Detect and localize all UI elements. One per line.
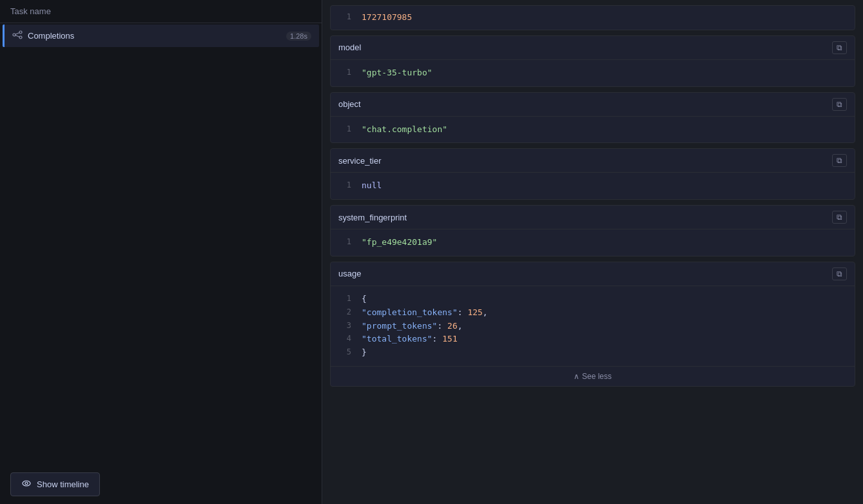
sidebar-item-completions[interactable]: Completions 1.28s (3, 24, 319, 47)
copy-icon: ⧉ (837, 43, 842, 52)
svg-point-1 (19, 31, 22, 34)
field-service-tier-name: service_tier (338, 156, 381, 166)
field-object: object ⧉ 1 "chat.completion" (330, 92, 855, 144)
object-value: "chat.completion" (362, 123, 447, 137)
sidebar-item-label: Completions (28, 31, 74, 41)
field-usage-header: usage ⧉ (331, 262, 855, 286)
field-system-fingerprint: system_fingerprint ⧉ 1 "fp_e49e4201a9" (330, 205, 855, 257)
line-number: 4 (338, 333, 351, 345)
copy-model-button[interactable]: ⧉ (832, 41, 847, 54)
sidebar-footer: Show timeline (0, 465, 322, 504)
line-number: 1 (338, 123, 351, 135)
top-entry: 1 1727107985 (330, 5, 855, 30)
field-service-tier-content: 1 null (331, 173, 855, 199)
field-service-tier-header: service_tier ⧉ (331, 149, 855, 173)
top-value: 1727107985 (362, 11, 412, 24)
copy-object-button[interactable]: ⧉ (832, 98, 847, 111)
sidebar: Task name Completions 1.28s Show timelin… (0, 0, 322, 504)
main-content[interactable]: 1 1727107985 model ⧉ 1 "gpt-35-turbo" ob… (322, 0, 863, 504)
field-system-fingerprint-header: system_fingerprint ⧉ (331, 206, 855, 229)
svg-line-3 (15, 33, 19, 34)
see-less-button[interactable]: ∧ See less (331, 366, 855, 386)
sidebar-header: Task name (0, 0, 322, 23)
line-number: 1 (338, 11, 351, 23)
sidebar-item-badge: 1.28s (286, 32, 311, 41)
copy-icon: ⧉ (837, 100, 842, 109)
usage-brace-close: } (362, 346, 367, 360)
usage-completion-tokens: "completion_tokens": 125, (362, 306, 488, 320)
line-number: 1 (338, 236, 351, 248)
line-number: 1 (338, 293, 351, 305)
show-timeline-label: Show timeline (37, 480, 89, 489)
copy-icon: ⧉ (837, 213, 842, 222)
chevron-up-icon: ∧ (574, 372, 579, 381)
copy-icon: ⧉ (837, 269, 842, 278)
svg-point-2 (19, 36, 22, 39)
field-model-content: 1 "gpt-35-turbo" (331, 60, 855, 86)
service-tier-value: null (362, 179, 382, 193)
usage-prompt-tokens: "prompt_tokens": 26, (362, 320, 463, 333)
field-object-content: 1 "chat.completion" (331, 117, 855, 143)
field-system-fingerprint-name: system_fingerprint (338, 213, 407, 222)
eye-icon (21, 478, 32, 490)
line-number: 2 (338, 306, 351, 318)
copy-service-tier-button[interactable]: ⧉ (832, 154, 847, 167)
field-model-name: model (338, 43, 361, 52)
line-number: 1 (338, 179, 351, 191)
svg-point-6 (25, 482, 28, 485)
field-usage-name: usage (338, 269, 361, 278)
field-usage-content: 1 { 2 "completion_tokens": 125, 3 "promp… (331, 286, 855, 366)
field-service-tier: service_tier ⧉ 1 null (330, 148, 855, 200)
copy-usage-button[interactable]: ⧉ (832, 267, 847, 280)
system-fingerprint-value: "fp_e49e4201a9" (362, 236, 437, 249)
line-number: 3 (338, 320, 351, 332)
svg-point-5 (23, 481, 30, 486)
field-model: model ⧉ 1 "gpt-35-turbo" (330, 35, 855, 87)
field-system-fingerprint-content: 1 "fp_e49e4201a9" (331, 229, 855, 256)
model-value: "gpt-35-turbo" (362, 66, 432, 80)
copy-icon: ⧉ (837, 156, 842, 165)
field-usage: usage ⧉ 1 { 2 "completion_tokens": 125, … (330, 262, 855, 387)
field-model-header: model ⧉ (331, 36, 855, 60)
field-object-name: object (338, 99, 361, 109)
completions-icon (12, 30, 23, 42)
field-object-header: object ⧉ (331, 93, 855, 117)
usage-brace-open: { (362, 293, 367, 306)
see-less-label: See less (582, 372, 612, 381)
copy-system-fingerprint-button[interactable]: ⧉ (832, 211, 847, 224)
show-timeline-button[interactable]: Show timeline (10, 472, 100, 496)
line-number: 1 (338, 66, 351, 79)
line-number: 5 (338, 346, 351, 358)
usage-total-tokens: "total_tokens": 151 (362, 333, 458, 346)
svg-line-4 (15, 35, 19, 37)
svg-point-0 (13, 34, 15, 36)
